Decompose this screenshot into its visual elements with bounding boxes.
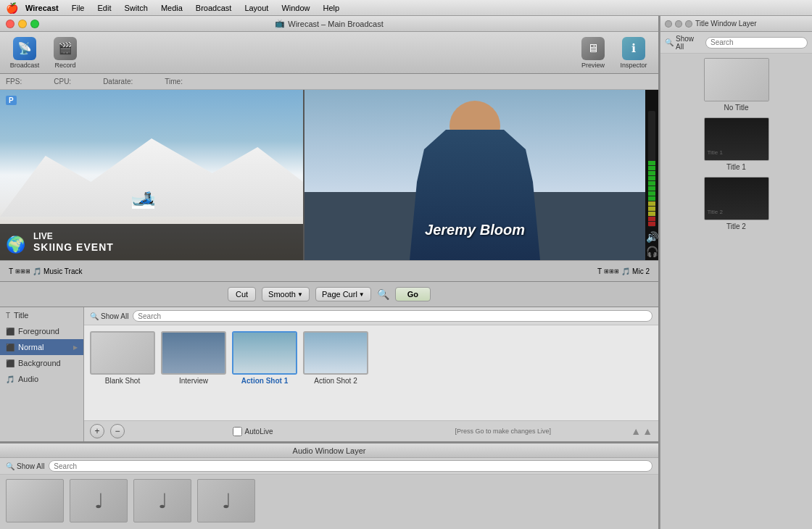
add-shot-button[interactable]: + bbox=[90, 424, 104, 438]
layer-normal[interactable]: ⬛ Normal ▶ bbox=[0, 339, 83, 355]
apple-menu[interactable]: 🍎 bbox=[6, 2, 18, 14]
layer-background[interactable]: ⬛ Background bbox=[0, 355, 83, 371]
menu-help[interactable]: Help bbox=[318, 3, 346, 13]
menu-layout[interactable]: Layout bbox=[239, 3, 274, 13]
audio-search-icon: 🔍 bbox=[6, 462, 14, 470]
transition-bar: Cut Smooth ▼ Page Curl ▼ 🔍 Go bbox=[0, 282, 658, 307]
background-layer-icon: ⬛ bbox=[6, 359, 14, 367]
preview-button[interactable]: 🖥 Preview bbox=[574, 35, 612, 71]
title1-text: Title 1 bbox=[708, 149, 724, 156]
menu-bar: 🍎 Wirecast File Edit Switch Media Broadc… bbox=[0, 0, 812, 16]
action1-label: Action Shot 1 bbox=[241, 377, 288, 385]
toolbar: 📡 Broadcast 🎬 Record 🖥 Preview ℹ Inspect… bbox=[0, 32, 658, 74]
menu-broadcast[interactable]: Broadcast bbox=[190, 3, 238, 13]
shot-action1[interactable]: Action Shot 1 bbox=[232, 331, 297, 385]
shot-blank[interactable]: Blank Shot bbox=[90, 331, 155, 385]
record-label: Record bbox=[54, 62, 75, 69]
pagecurl-button[interactable]: Page Curl ▼ bbox=[315, 287, 371, 301]
menu-media[interactable]: Media bbox=[155, 3, 188, 13]
action2-thumb-bg bbox=[304, 333, 367, 373]
inspector-button[interactable]: ℹ Inspector bbox=[615, 35, 652, 71]
layer-title-label: Title bbox=[14, 311, 28, 320]
shot-action2[interactable]: Action Shot 2 bbox=[303, 331, 368, 385]
audio-shot-4[interactable]: ♩ bbox=[197, 479, 255, 522]
title-item-1[interactable]: Title 1 Title 1 bbox=[665, 117, 808, 171]
preview-area: P 🎿 🌍 LIVE Skiing Event Jeremy Bloom bbox=[0, 90, 658, 260]
autolive-checkbox[interactable] bbox=[233, 427, 242, 436]
layer-normal-label: Normal bbox=[18, 343, 44, 351]
shots-search[interactable] bbox=[133, 310, 652, 322]
audio-search[interactable] bbox=[49, 460, 652, 472]
title-show-all[interactable]: 🔍 Show All bbox=[665, 35, 701, 51]
shot-interview[interactable]: Interview bbox=[161, 331, 226, 385]
main-panel: 📺 Wirecast – Main Broadcast 📡 Broadcast … bbox=[0, 16, 660, 529]
remove-shot-button[interactable]: − bbox=[110, 424, 125, 438]
menu-file[interactable]: File bbox=[66, 3, 91, 13]
right-minimize[interactable] bbox=[675, 20, 682, 28]
notitle-label: No Title bbox=[724, 104, 749, 112]
title2-bg: Title 2 bbox=[705, 178, 768, 220]
notitle-thumb bbox=[704, 58, 769, 101]
cpu-label: CPU: bbox=[54, 78, 71, 86]
audio-track-right[interactable]: T ⊞⊞⊞ 🎵 Mic 2 bbox=[594, 266, 652, 277]
title-item-2[interactable]: Title 2 Title 2 bbox=[665, 177, 808, 230]
layer-foreground[interactable]: ⬛ Foreground bbox=[0, 323, 83, 339]
right-close[interactable] bbox=[665, 20, 672, 28]
menu-window[interactable]: Window bbox=[276, 3, 315, 13]
inspector-label: Inspector bbox=[620, 62, 647, 69]
audio-show-all[interactable]: 🔍 Show All bbox=[6, 462, 44, 470]
text-icon-right: T bbox=[597, 267, 602, 275]
layer-title[interactable]: T Title bbox=[0, 307, 83, 323]
autolive-label: AutoLive bbox=[245, 428, 273, 436]
audio-shot-2[interactable]: ♩ bbox=[70, 479, 128, 522]
record-icon: 🎬 bbox=[54, 37, 77, 60]
title-search[interactable] bbox=[705, 37, 808, 49]
title-show-all-label: Show All bbox=[676, 35, 701, 51]
next-shot-button[interactable]: ▲ bbox=[642, 425, 652, 437]
datarate-stat: Datarate: bbox=[103, 78, 136, 86]
interview-thumb bbox=[161, 331, 226, 375]
minimize-button[interactable] bbox=[18, 20, 27, 28]
volume-icon[interactable]: 🔊 bbox=[646, 231, 658, 243]
cut-label: Cut bbox=[236, 290, 248, 299]
show-all-label: Show All bbox=[101, 312, 128, 320]
audio-shot-1[interactable] bbox=[6, 479, 64, 522]
mic-track-label: Mic 2 bbox=[632, 267, 650, 275]
prev-shot-button[interactable]: ▲ bbox=[631, 425, 641, 437]
main-title-bar: 📺 Wirecast – Main Broadcast bbox=[0, 16, 658, 32]
audio-show-all-label: Show All bbox=[17, 462, 44, 470]
audio-shot-3[interactable]: ♩ bbox=[133, 479, 191, 522]
audio-track-left[interactable]: T ⊞⊞⊞ 🎵 Music Track bbox=[6, 266, 85, 277]
window-title: 📺 Wirecast – Main Broadcast bbox=[275, 19, 383, 28]
title2-text: Title 2 bbox=[708, 209, 724, 215]
audio-layer-icon: 🎵 bbox=[6, 375, 14, 383]
app-name[interactable]: Wirecast bbox=[25, 4, 59, 12]
close-button[interactable] bbox=[6, 20, 14, 28]
globe-icon: 🌍 bbox=[6, 236, 25, 254]
normal-expand-icon: ▶ bbox=[73, 344, 78, 351]
menu-edit[interactable]: Edit bbox=[92, 3, 117, 13]
smooth-button[interactable]: Smooth ▼ bbox=[262, 287, 310, 301]
cpu-stat: CPU: bbox=[54, 78, 74, 86]
go-button[interactable]: Go bbox=[395, 287, 431, 301]
cut-button[interactable]: Cut bbox=[228, 287, 256, 301]
go-label: Go bbox=[407, 290, 418, 299]
maximize-button[interactable] bbox=[30, 20, 39, 28]
right-panel: Title Window Layer 🔍 Show All No Title bbox=[660, 16, 812, 529]
layer-audio-label: Audio bbox=[18, 375, 38, 383]
mic-icon-right: 🎵 bbox=[621, 267, 630, 275]
transition-search-icon[interactable]: 🔍 bbox=[377, 288, 389, 300]
title1-bg: Title 1 bbox=[705, 118, 768, 160]
broadcast-button[interactable]: 📡 Broadcast bbox=[6, 35, 44, 71]
layer-audio[interactable]: 🎵 Audio bbox=[0, 371, 83, 387]
record-button[interactable]: 🎬 Record bbox=[46, 35, 84, 71]
title-item-notitle[interactable]: No Title bbox=[665, 58, 808, 112]
audio-window: Audio Window Layer 🔍 Show All ♩ ♩ ♩ bbox=[0, 442, 658, 529]
preview-icon: 🖥 bbox=[581, 37, 605, 60]
time-stat: Time: bbox=[165, 78, 186, 86]
title-layer-icon: T bbox=[6, 312, 10, 320]
menu-switch[interactable]: Switch bbox=[118, 3, 153, 13]
headphones-icon[interactable]: 🎧 bbox=[646, 246, 658, 257]
show-all-button[interactable]: 🔍 Show All bbox=[90, 312, 128, 320]
right-maximize[interactable] bbox=[685, 20, 692, 28]
